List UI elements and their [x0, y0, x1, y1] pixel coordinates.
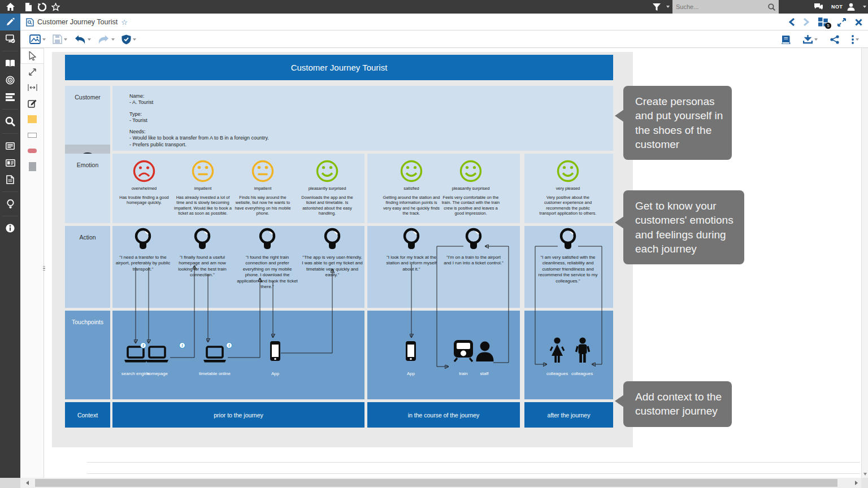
save-button[interactable] — [50, 33, 70, 45]
sidebar-item-publish[interactable] — [0, 30, 20, 47]
favorite-star-icon[interactable]: ☆ — [121, 18, 128, 27]
fullscreen-button[interactable] — [837, 18, 846, 27]
sidebar-separator — [2, 133, 18, 134]
close-button[interactable] — [855, 19, 862, 26]
yellow-note-shape[interactable] — [20, 111, 44, 127]
customer-label-cell[interactable]: Customer — [65, 86, 110, 151]
undo-button[interactable] — [72, 34, 93, 45]
neutral-face-icon — [250, 159, 275, 184]
emotion-label-cell[interactable]: Emotion — [65, 154, 110, 223]
lightbulb-icon — [133, 228, 153, 252]
action-quote-5[interactable]: "I look for my track at the station and … — [381, 228, 442, 272]
action-quote-text: "I need a transfer to the airport, prefe… — [112, 255, 173, 272]
touchpoints-phase2-cell[interactable] — [367, 311, 520, 399]
emotion-label: very pleased — [539, 186, 597, 191]
search-field[interactable] — [672, 0, 779, 14]
text-box-shape[interactable] — [20, 127, 44, 143]
emotion-pleasantly-surprised-1[interactable]: pleasantly surprised Downloads the app a… — [298, 159, 357, 216]
emotion-text: Finds his way around the website, but no… — [233, 195, 292, 216]
context-label-cell[interactable]: Context — [65, 402, 110, 428]
touchpoint-homepage[interactable] — [144, 346, 170, 364]
user-avatar-icon[interactable] — [845, 2, 857, 12]
scroll-left-arrow[interactable] — [26, 481, 29, 485]
sidebar-item-ideas[interactable] — [0, 195, 20, 212]
recent-diagrams-button[interactable]: 5 — [818, 18, 828, 27]
sidebar-item-dictionary[interactable] — [0, 55, 20, 72]
touchpoint-colleagues-man[interactable] — [574, 337, 591, 363]
diagram-canvas[interactable]: Customer Journey Tourist Customer Name:-… — [44, 48, 861, 478]
refresh-icon[interactable] — [36, 2, 47, 12]
action-quote-1[interactable]: "I need a transfer to the airport, prefe… — [112, 228, 173, 272]
document-tab[interactable]: Customer Journey Tourist ☆ — [26, 14, 128, 30]
context-phase1-cell[interactable]: prior to the journey — [112, 402, 364, 428]
emotion-very-pleased[interactable]: very pleased Very positive about the cus… — [539, 159, 597, 216]
validate-button[interactable] — [119, 33, 138, 46]
sidebar-item-editor[interactable] — [0, 14, 20, 30]
comments-icon[interactable] — [813, 2, 824, 12]
emotion-pleasantly-surprised-2[interactable]: pleasantly surprised Feels very comforta… — [441, 159, 500, 216]
action-quote-3[interactable]: "I found the right train connection and … — [237, 228, 298, 290]
sidebar-item-target[interactable] — [0, 72, 20, 89]
spacing-tool[interactable] — [20, 80, 44, 95]
sidebar-item-search[interactable] — [0, 113, 20, 130]
emotion-satisfied[interactable]: satisfied Getting around the station and… — [382, 159, 441, 216]
touchpoint-timetable-online[interactable] — [202, 346, 228, 364]
book-icon — [5, 59, 15, 67]
gray-box-shape[interactable] — [20, 159, 44, 175]
touchpoint-train[interactable] — [450, 339, 476, 362]
action-label-cell[interactable]: Action — [65, 226, 110, 308]
manual-button[interactable] — [778, 34, 793, 45]
touchpoints-label-cell[interactable]: Touchpoints — [65, 311, 110, 399]
customer-info-cell[interactable]: Name:- A. Tourist Type:- Tourist Needs:-… — [112, 86, 613, 151]
vertical-scrollbar[interactable] — [861, 48, 868, 478]
user-name-label: NOT — [831, 4, 843, 10]
action-quote-2[interactable]: "I finally found a useful homepage and a… — [172, 228, 233, 278]
filter-chevron-icon[interactable] — [662, 2, 674, 12]
horizontal-scrollbar[interactable] — [20, 478, 861, 488]
red-tag-shape[interactable] — [20, 143, 44, 159]
emotion-impatient-1[interactable]: impatient Has already invested a lot of … — [173, 159, 232, 216]
action-quote-7[interactable]: "I am very satisfied with the cleanlines… — [537, 228, 598, 284]
action-quote-4[interactable]: "The app is very user-friendly. I was ab… — [302, 228, 363, 278]
favorites-star-icon[interactable] — [50, 2, 61, 12]
filter-icon[interactable] — [651, 2, 662, 12]
user-menu-chevron-icon[interactable] — [859, 2, 868, 12]
palette-collapse-handle[interactable] — [43, 261, 46, 276]
pointer-tool[interactable] — [20, 48, 44, 64]
context-phase2-cell[interactable]: in the course of the journey — [367, 402, 520, 428]
download-button[interactable] — [801, 34, 820, 45]
export-image-button[interactable] — [27, 33, 48, 45]
more-options-button[interactable] — [849, 34, 861, 45]
forward-button[interactable] — [804, 18, 809, 26]
info-badge[interactable]: i — [226, 342, 232, 348]
emotion-overwhelmed[interactable]: overwhelmed Has trouble finding a good h… — [115, 159, 173, 206]
touchpoint-colleagues-woman[interactable] — [549, 337, 566, 363]
scroll-right-arrow[interactable] — [855, 481, 858, 485]
search-input[interactable] — [676, 3, 768, 10]
emotion-impatient-2[interactable]: impatient Finds his way around the websi… — [233, 159, 292, 216]
map-title-bar[interactable]: Customer Journey Tourist — [65, 55, 613, 80]
context-phase3-cell[interactable]: after the journey — [524, 402, 613, 428]
info-icon — [6, 224, 15, 233]
sidebar-item-info[interactable] — [0, 220, 20, 237]
annotation-tool[interactable] — [20, 95, 44, 111]
sidebar-item-documents[interactable] — [0, 171, 20, 188]
home-icon[interactable] — [5, 2, 16, 12]
touchpoints-phase3-cell[interactable] — [524, 311, 613, 399]
share-button[interactable] — [828, 34, 841, 45]
redo-button[interactable] — [96, 34, 117, 45]
sidebar-item-contacts[interactable] — [0, 154, 20, 171]
sidebar-item-layers[interactable] — [0, 89, 20, 106]
back-button[interactable] — [789, 18, 795, 26]
scroll-down-arrow[interactable] — [863, 473, 867, 476]
touchpoint-staff[interactable] — [475, 341, 494, 361]
touchpoint-app-1[interactable] — [270, 341, 281, 361]
connector-tool[interactable] — [20, 64, 44, 80]
info-badge[interactable]: i — [179, 342, 185, 348]
new-document-icon[interactable] — [23, 2, 34, 12]
action-quote-6[interactable]: "I'm on a train to the airport and I run… — [443, 228, 504, 267]
info-badge[interactable]: i — [140, 342, 146, 348]
sidebar-item-notes[interactable] — [0, 137, 20, 154]
horizontal-scroll-thumb[interactable] — [35, 479, 837, 487]
touchpoint-app-2[interactable] — [405, 341, 416, 361]
